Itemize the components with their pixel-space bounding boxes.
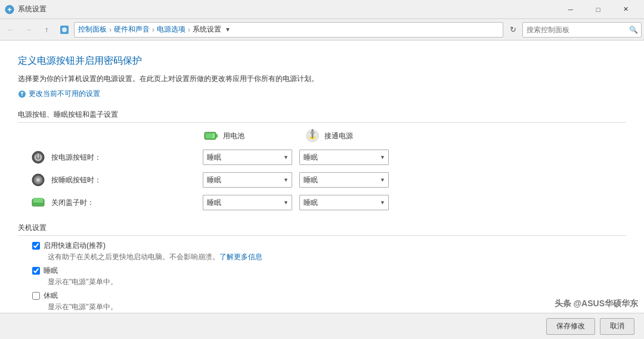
- svg-rect-7: [206, 133, 213, 138]
- titlebar-icon: [5, 5, 14, 14]
- shutdown-title: 关机设置: [18, 223, 626, 236]
- lid-icon: [30, 194, 47, 211]
- sleep-button-label: 按睡眠按钮时：: [51, 175, 101, 185]
- ac-lid-dropdown-wrap: 睡眠 不采取任何操作 休眠 关机: [299, 195, 389, 210]
- battery-lid-dropdown[interactable]: 睡眠 不采取任何操作 休眠 关机: [203, 195, 292, 210]
- power-button-icon: [30, 149, 47, 166]
- fast-startup-label[interactable]: 启用快速启动(推荐): [44, 241, 106, 251]
- power-button-row: 按电源按钮时： 睡眠 不采取任何操作 休眠 关机 睡眠 不采取任何操作 休眠 关…: [18, 149, 626, 166]
- battery-power-dropdown[interactable]: 睡眠 不采取任何操作 休眠 关机: [203, 150, 292, 165]
- battery-lid-dropdown-wrap: 睡眠 不采取任何操作 休眠 关机: [203, 195, 292, 210]
- main-content: 定义电源按钮并启用密码保护 选择要为你的计算机设置的电源设置。在此页上对设置所做…: [0, 41, 644, 313]
- save-button[interactable]: 保存修改: [546, 318, 595, 335]
- back-button[interactable]: ←: [2, 21, 19, 38]
- settings-link[interactable]: 更改当前不可用的设置: [18, 89, 626, 99]
- fast-startup-checkbox[interactable]: [32, 242, 40, 250]
- fast-startup-link[interactable]: 了解更多信息: [219, 253, 262, 261]
- hibernate-checkbox-row: 休眠: [18, 291, 626, 301]
- breadcrumb-part-2[interactable]: 硬件和声音: [114, 24, 150, 35]
- refresh-button[interactable]: ↻: [504, 21, 521, 38]
- titlebar: 系统设置 ─ □ ✕: [0, 0, 644, 19]
- search-input[interactable]: [522, 22, 642, 38]
- titlebar-controls: ─ □ ✕: [557, 0, 639, 19]
- page-title: 定义电源按钮并启用密码保护: [18, 55, 626, 67]
- sleep-checkbox-row: 睡眠: [18, 266, 626, 276]
- footer: 保存修改 取消: [0, 313, 644, 339]
- breadcrumb-part-1[interactable]: 控制面板: [78, 24, 107, 35]
- sleep-checkbox-desc: 显示在"电源"菜单中。: [18, 277, 626, 287]
- power-settings-table: 用电池 接通电源: [18, 127, 626, 211]
- fast-startup-row: 启用快速启动(推荐): [18, 241, 626, 251]
- forward-button[interactable]: →: [20, 21, 37, 38]
- power-button-label: 按电源按钮时：: [51, 153, 101, 163]
- minimize-button[interactable]: ─: [557, 0, 584, 19]
- ac-sleep-dropdown-wrap: 睡眠 不采取任何操作 休眠 关机: [299, 172, 389, 188]
- battery-sleep-dropdown[interactable]: 睡眠 不采取任何操作 休眠 关机: [203, 172, 292, 188]
- breadcrumb-icon: [56, 21, 73, 38]
- breadcrumb-bar: 控制面板 › 硬件和声音 › 电源选项 › 系统设置 ▼: [74, 22, 503, 38]
- lid-label: 关闭盖子时：: [51, 198, 94, 208]
- hibernate-checkbox-label[interactable]: 休眠: [44, 291, 58, 301]
- hibernate-checkbox[interactable]: [32, 292, 40, 300]
- battery-sleep-dropdown-wrap: 睡眠 不采取任何操作 休眠 关机: [203, 172, 292, 188]
- battery-icon: [203, 127, 219, 144]
- breadcrumb-part-4: 系统设置: [193, 24, 221, 35]
- sleep-button-icon: [30, 172, 47, 188]
- fast-startup-desc: 这有助于在关机之后更快地启动电脑。不会影响崩溃。了解更多信息: [18, 252, 626, 262]
- section1-title: 电源按钮、睡眠按钮和盖子设置: [18, 110, 626, 123]
- search-wrap: 🔍: [522, 22, 642, 38]
- breadcrumb-part-3[interactable]: 电源选项: [157, 24, 185, 35]
- breadcrumb-dropdown[interactable]: ▼: [222, 23, 233, 37]
- maximize-button[interactable]: □: [584, 0, 612, 19]
- ac-lid-dropdown[interactable]: 睡眠 不采取任何操作 休眠 关机: [299, 195, 389, 210]
- sleep-button-row: 按睡眠按钮时： 睡眠 不采取任何操作 休眠 关机 睡眠 不采取任何操作 休眠 关…: [18, 172, 626, 188]
- svg-point-14: [37, 179, 39, 181]
- svg-rect-5: [216, 134, 218, 138]
- addressbar: ← → ↑ 控制面板 › 硬件和声音 › 电源选项 › 系统设置 ▼ ↻ 🔍: [0, 19, 644, 41]
- ac-header: 接通电源: [304, 127, 405, 144]
- sleep-checkbox[interactable]: [32, 267, 40, 275]
- shutdown-section: 关机设置 启用快速启动(推荐) 这有助于在关机之后更快地启动电脑。不会影响崩溃。…: [18, 223, 626, 313]
- titlebar-title: 系统设置: [18, 4, 557, 14]
- lid-row: 关闭盖子时： 睡眠 不采取任何操作 休眠 关机 睡眠 不采取任何操作 休眠 关机: [18, 194, 626, 211]
- svg-point-2: [62, 27, 67, 32]
- plug-icon: [304, 127, 321, 144]
- page-desc: 选择要为你的计算机设置的电源设置。在此页上对设置所做的更改将应用于你所有的电源计…: [18, 73, 626, 84]
- hibernate-checkbox-desc: 显示在"电源"菜单中。: [18, 302, 626, 312]
- ac-power-dropdown-wrap: 睡眠 不采取任何操作 休眠 关机: [299, 150, 389, 165]
- ac-power-dropdown[interactable]: 睡眠 不采取任何操作 休眠 关机: [299, 150, 389, 165]
- svg-rect-16: [33, 198, 43, 203]
- battery-power-dropdown-wrap: 睡眠 不采取任何操作 休眠 关机: [203, 150, 292, 165]
- cancel-button[interactable]: 取消: [600, 318, 634, 335]
- sleep-checkbox-label[interactable]: 睡眠: [44, 266, 58, 276]
- battery-header: 用电池: [203, 127, 304, 144]
- power-header-row: 用电池 接通电源: [18, 127, 626, 144]
- up-button[interactable]: ↑: [38, 21, 55, 38]
- ac-sleep-dropdown[interactable]: 睡眠 不采取任何操作 休眠 关机: [299, 172, 389, 188]
- close-button[interactable]: ✕: [612, 0, 639, 19]
